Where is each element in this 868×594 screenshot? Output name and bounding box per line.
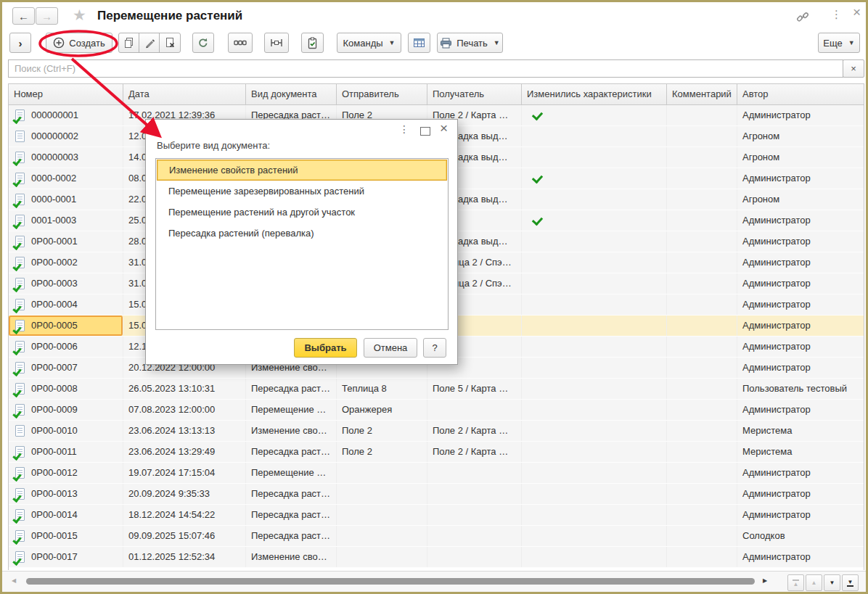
cell-comment[interactable]	[667, 294, 737, 315]
cell-author[interactable]: Солодков	[737, 526, 865, 546]
search-input[interactable]	[8, 59, 843, 78]
cell-comment[interactable]	[667, 210, 737, 231]
document-type-item[interactable]: Изменение свойств растений	[157, 160, 447, 181]
column-header[interactable]: Получатель	[427, 84, 522, 104]
horizontal-scrollbar-thumb[interactable]	[26, 578, 755, 585]
column-header[interactable]: Изменились характеристики	[522, 84, 667, 104]
cell-author[interactable]: Администратор	[737, 231, 865, 252]
cell-number[interactable]: 0000-0001	[9, 189, 123, 210]
cell-author[interactable]: Администратор	[737, 358, 865, 378]
scroll-left-icon[interactable]: ◀	[12, 577, 16, 584]
cell-comment[interactable]	[667, 147, 737, 168]
page-down-button[interactable]: ▼	[824, 574, 840, 591]
cell-comment[interactable]	[667, 189, 737, 210]
document-type-item[interactable]: Пересадка растений (перевалка)	[157, 223, 447, 244]
column-header[interactable]: Вид документа	[246, 84, 337, 104]
post-document-button[interactable]	[301, 33, 324, 53]
column-header[interactable]: Номер	[9, 84, 123, 104]
cell-author[interactable]: Меристема	[737, 442, 865, 462]
cell-changed[interactable]	[522, 526, 667, 546]
cell-changed[interactable]	[522, 231, 667, 252]
cell-number[interactable]: 0P00-0017	[9, 547, 123, 567]
interval-button[interactable]	[264, 33, 289, 53]
cell-author[interactable]: Администратор	[737, 463, 865, 483]
cell-sender[interactable]	[337, 505, 427, 525]
print-menu-button[interactable]: Печать▼	[437, 33, 503, 53]
table-row[interactable]: 0P00-001509.09.2025 15:07:46Пересадка ра…	[9, 526, 864, 547]
cell-number[interactable]: 0P00-0010	[9, 421, 123, 441]
dialog-kebab-menu-icon[interactable]: ⋮	[399, 123, 409, 135]
cell-changed[interactable]	[522, 294, 667, 315]
cell-changed[interactable]	[522, 484, 667, 504]
link-icon[interactable]	[796, 12, 809, 25]
table-row[interactable]: 0P00-000907.08.2023 12:00:00Перемещение …	[9, 400, 864, 421]
cell-author[interactable]: Агроном	[737, 126, 865, 147]
cell-changed[interactable]	[522, 337, 667, 357]
cell-comment[interactable]	[667, 484, 737, 504]
cell-receiver[interactable]	[427, 526, 522, 546]
cell-number[interactable]: 0P00-0007	[9, 358, 123, 378]
cell-author[interactable]: Администратор	[737, 315, 865, 336]
cell-comment[interactable]	[667, 358, 737, 378]
table-row[interactable]: 0P00-001701.12.2025 12:52:34Изменение св…	[9, 547, 864, 568]
cell-receiver[interactable]: Поле 2 / Карта …	[427, 421, 522, 441]
cell-number[interactable]: 0P00-0011	[9, 442, 123, 462]
cell-sender[interactable]	[337, 526, 427, 546]
cell-receiver[interactable]	[427, 505, 522, 525]
back-button[interactable]: ←	[12, 7, 35, 25]
cell-type[interactable]: Перемещение …	[246, 463, 337, 483]
cell-date[interactable]: 20.09.2024 9:35:33	[123, 484, 246, 504]
cell-receiver[interactable]	[427, 547, 522, 567]
cell-author[interactable]: Администратор	[737, 294, 865, 315]
cell-changed[interactable]	[522, 147, 667, 168]
output-list-button[interactable]	[408, 33, 430, 53]
cell-type[interactable]: Перемещение …	[246, 400, 337, 420]
more-button[interactable]: Еще▼	[818, 33, 860, 53]
cell-date[interactable]: 19.07.2024 17:15:04	[123, 463, 246, 483]
go-to-end-button[interactable]: ▼	[842, 574, 859, 591]
table-row[interactable]: 0P00-001123.06.2024 13:29:49Пересадка ра…	[9, 442, 864, 463]
cell-changed[interactable]	[522, 273, 667, 294]
cell-comment[interactable]	[667, 526, 737, 546]
cell-comment[interactable]	[667, 547, 737, 567]
cell-comment[interactable]	[667, 273, 737, 294]
cell-date[interactable]: 01.12.2025 12:52:34	[123, 547, 246, 567]
cell-number[interactable]: 0001-0003	[9, 210, 123, 231]
cell-receiver[interactable]	[427, 400, 522, 420]
cell-number[interactable]: 0P00-0013	[9, 484, 123, 504]
cell-comment[interactable]	[667, 105, 737, 125]
cell-changed[interactable]	[522, 505, 667, 525]
cell-comment[interactable]	[667, 505, 737, 525]
cell-type[interactable]: Изменение сво…	[246, 421, 337, 441]
cell-sender[interactable]: Теплица 8	[337, 379, 427, 399]
cell-author[interactable]: Меристема	[737, 421, 865, 441]
cell-comment[interactable]	[667, 126, 737, 147]
cell-changed[interactable]	[522, 442, 667, 462]
cell-author[interactable]: Администратор	[737, 547, 865, 567]
cell-comment[interactable]	[667, 379, 737, 399]
cell-number[interactable]: 0000-0002	[9, 168, 123, 189]
cell-author[interactable]: Администратор	[737, 105, 865, 125]
cell-receiver[interactable]	[427, 484, 522, 504]
cell-type[interactable]: Пересадка раст…	[246, 379, 337, 399]
cell-number[interactable]: 0P00-0012	[9, 463, 123, 483]
cell-changed[interactable]	[522, 358, 667, 378]
refresh-button[interactable]	[192, 33, 214, 53]
cell-changed[interactable]	[522, 379, 667, 399]
close-icon[interactable]: ×	[853, 4, 861, 20]
cell-date[interactable]: 26.05.2023 13:10:31	[123, 379, 246, 399]
cell-changed[interactable]	[522, 252, 667, 273]
cell-author[interactable]: Агроном	[737, 147, 865, 168]
go-to-top-button[interactable]: ▲	[787, 574, 804, 591]
cell-sender[interactable]	[337, 547, 427, 567]
cell-date[interactable]: 23.06.2024 13:13:13	[123, 421, 246, 441]
cell-changed[interactable]	[522, 421, 667, 441]
cell-changed[interactable]	[522, 126, 667, 147]
cell-changed[interactable]	[522, 547, 667, 567]
page-up-button[interactable]: ▲	[806, 574, 822, 591]
cell-author[interactable]: Администратор	[737, 400, 865, 420]
dialog-close-icon[interactable]: ×	[440, 120, 448, 136]
cell-receiver[interactable]: Поле 2 / Карта …	[427, 442, 522, 462]
cell-comment[interactable]	[667, 400, 737, 420]
cell-date[interactable]: 23.06.2024 13:29:49	[123, 442, 246, 462]
